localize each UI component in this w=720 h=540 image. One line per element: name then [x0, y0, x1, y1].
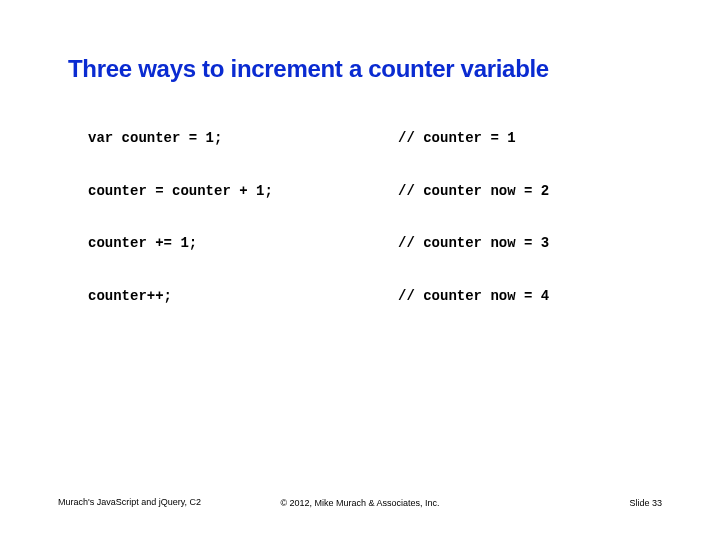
code-line: counter = counter + 1;// counter now = 2	[88, 183, 549, 201]
code-comment: // counter = 1	[398, 130, 516, 148]
footer-slide-num: Slide 33	[629, 498, 662, 508]
code-stmt: counter++;	[88, 288, 398, 306]
code-stmt: counter = counter + 1;	[88, 183, 398, 201]
code-stmt: counter += 1;	[88, 235, 398, 253]
slide: Three ways to increment a counter variab…	[0, 0, 720, 540]
footer-copyright: © 2012, Mike Murach & Associates, Inc.	[58, 498, 662, 508]
code-stmt: var counter = 1;	[88, 130, 398, 148]
code-line: counter += 1;// counter now = 3	[88, 235, 549, 253]
code-comment: // counter now = 2	[398, 183, 549, 201]
code-line: counter++;// counter now = 4	[88, 288, 549, 306]
code-line: var counter = 1;// counter = 1	[88, 130, 549, 148]
code-comment: // counter now = 4	[398, 288, 549, 306]
code-comment: // counter now = 3	[398, 235, 549, 253]
code-block: var counter = 1;// counter = 1 counter =…	[88, 95, 549, 340]
slide-title: Three ways to increment a counter variab…	[68, 55, 549, 83]
